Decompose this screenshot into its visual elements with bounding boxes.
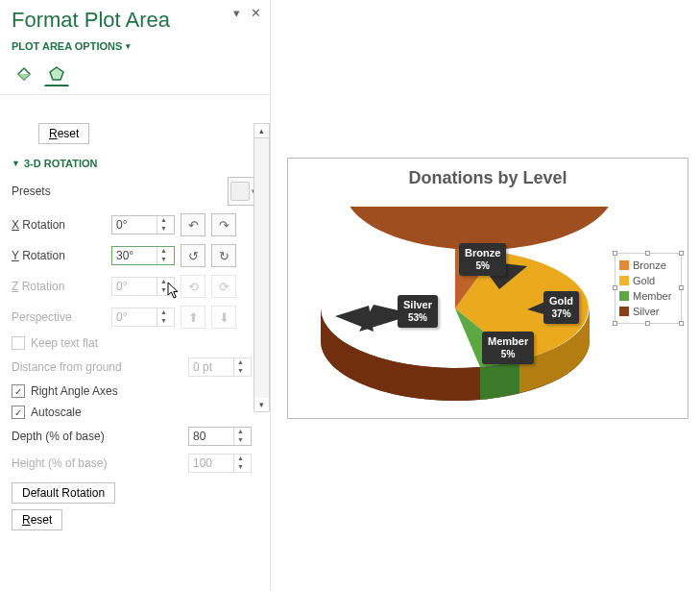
legend-item-member[interactable]: Member [619, 288, 677, 304]
legend-handle[interactable] [679, 285, 684, 290]
section-3d-rotation[interactable]: ▼ 3-D ROTATION [12, 154, 262, 173]
spin-down-icon[interactable]: ▼ [234, 436, 247, 445]
distance-from-ground-input: ▲▼ [188, 357, 252, 377]
spin-up-icon[interactable]: ▲ [157, 216, 170, 225]
collapse-triangle-icon: ▼ [12, 159, 20, 168]
datalabel-silver[interactable]: Silver 53% [398, 295, 438, 328]
legend-handle[interactable] [679, 321, 684, 326]
x-rotation-field[interactable] [112, 216, 157, 234]
rotate-left-x-button[interactable]: ↶ [181, 213, 205, 236]
right-angle-axes-row: Right Angle Axes [12, 381, 262, 402]
preset-preview-icon [230, 182, 250, 201]
datalabel-member-pct: 5% [488, 349, 528, 361]
section-3d-rotation-label: 3-D ROTATION [24, 158, 98, 169]
x-rotation-row: X Rotation ▲▼ ↶ ↷ [12, 209, 262, 240]
legend-swatch [619, 260, 629, 270]
reset-button-top[interactable]: Reset [38, 123, 89, 144]
presets-label: Presets [12, 185, 111, 198]
datalabel-member-name: Member [488, 335, 528, 347]
legend-handle[interactable] [645, 251, 650, 256]
datalabel-bronze[interactable]: Bronze 5% [459, 243, 506, 276]
right-angle-axes-checkbox[interactable] [12, 384, 25, 398]
x-rotation-input[interactable]: ▲▼ [111, 215, 175, 234]
spin-up-icon[interactable]: ▲ [234, 428, 247, 436]
legend-handle[interactable] [645, 321, 650, 326]
plot-area-options-label: PLOT AREA OPTIONS [12, 40, 122, 52]
y-rotation-field[interactable] [112, 247, 157, 264]
reset-button-bottom[interactable]: Reset [12, 509, 62, 530]
height-label: Height (% of base) [12, 456, 188, 470]
fill-line-tab[interactable] [12, 62, 36, 86]
pane-caret-icon[interactable]: ▾ [229, 6, 243, 19]
legend-item-gold[interactable]: Gold [619, 273, 677, 288]
perspective-field [112, 308, 157, 326]
pane-close-icon[interactable]: ✕ [249, 6, 262, 19]
spin-down-icon: ▼ [157, 317, 170, 326]
distance-from-ground-label: Distance from ground [12, 360, 188, 374]
effects-tab[interactable] [44, 62, 69, 86]
perspective-widen-button: ⬇ [211, 306, 236, 329]
autoscale-checkbox[interactable] [12, 406, 25, 419]
perspective-input: ▲▼ [111, 308, 175, 327]
y-rotation-row: Y Rotation ▲▼ ↺ ↻ [12, 240, 262, 271]
x-rotation-label: X Rotation [12, 218, 111, 232]
spin-up-icon: ▲ [157, 278, 170, 286]
legend-item-silver[interactable]: Silver [619, 304, 677, 319]
legend-handle[interactable] [613, 321, 617, 326]
spin-up-icon: ▲ [234, 358, 247, 367]
depth-input[interactable]: ▲▼ [188, 427, 252, 446]
plot-area-options-dropdown[interactable]: PLOT AREA OPTIONS ▾ [0, 35, 270, 58]
default-rotation-button[interactable]: Default Rotation [12, 482, 115, 504]
rotate-right-x-button[interactable]: ↷ [211, 213, 236, 236]
chart-plot-area[interactable]: Donations by Level [287, 158, 688, 419]
pane-scrollbar[interactable]: ▴ ▾ [253, 123, 270, 411]
chart-title[interactable]: Donations by Level [288, 159, 688, 192]
spin-down-icon[interactable]: ▼ [157, 256, 170, 264]
datalabel-member[interactable]: Member 5% [482, 332, 534, 364]
legend-label: Bronze [633, 259, 666, 271]
rotate-down-y-button[interactable]: ↻ [211, 244, 236, 267]
height-input: ▲▼ [188, 454, 252, 473]
pie-chart[interactable]: Bronze 5% Gold 37% Member 5% Silver 53% [302, 207, 609, 399]
rotate-up-y-button[interactable]: ↺ [181, 244, 205, 267]
depth-field[interactable] [189, 428, 233, 445]
spin-down-icon: ▼ [234, 463, 247, 472]
legend-handle[interactable] [613, 285, 617, 290]
category-tabs [0, 58, 270, 95]
chart-legend[interactable]: Bronze Gold Member Silver [615, 253, 682, 324]
scroll-down-button[interactable]: ▾ [254, 398, 269, 412]
legend-label: Gold [633, 275, 655, 286]
legend-swatch [619, 307, 629, 316]
keep-text-flat-label: Keep text flat [31, 336, 98, 350]
distance-from-ground-field [189, 358, 233, 376]
legend-handle[interactable] [679, 251, 684, 256]
z-rotation-field [112, 278, 157, 295]
z-rotation-row: Z Rotation ▲▼ ⟲ ⟳ [12, 271, 262, 302]
chevron-down-icon: ▾ [126, 41, 131, 51]
y-rotation-label: Y Rotation [12, 249, 111, 262]
spin-down-icon: ▼ [157, 286, 170, 295]
datalabel-gold-pct: 37% [549, 308, 573, 321]
spin-down-icon[interactable]: ▼ [157, 225, 170, 234]
svg-marker-0 [50, 67, 63, 80]
scroll-up-button[interactable]: ▴ [254, 124, 269, 138]
perspective-row: Perspective ▲▼ ⬆ ⬇ [12, 302, 262, 332]
spin-up-icon[interactable]: ▲ [157, 247, 170, 256]
keep-text-flat-checkbox [12, 336, 25, 350]
y-rotation-input[interactable]: ▲▼ [111, 246, 175, 265]
perspective-label: Perspective [12, 310, 111, 324]
datalabel-silver-name: Silver [403, 299, 432, 310]
scroll-content: Reset ▼ 3-D ROTATION Presets ▾ X Rotatio… [12, 123, 262, 587]
legend-handle[interactable] [613, 251, 617, 256]
spin-up-icon: ▲ [157, 308, 170, 317]
height-field [189, 455, 233, 472]
legend-item-bronze[interactable]: Bronze [619, 258, 677, 273]
presets-row: Presets ▾ [12, 173, 262, 209]
datalabel-gold[interactable]: Gold 37% [543, 291, 579, 324]
legend-label: Silver [633, 306, 660, 317]
z-rotation-input: ▲▼ [111, 277, 175, 296]
rotate-cw-z-button: ⟳ [211, 275, 236, 298]
keep-text-flat-row: Keep text flat [12, 332, 262, 354]
legend-swatch [619, 291, 629, 301]
datalabel-silver-pct: 53% [403, 312, 432, 325]
